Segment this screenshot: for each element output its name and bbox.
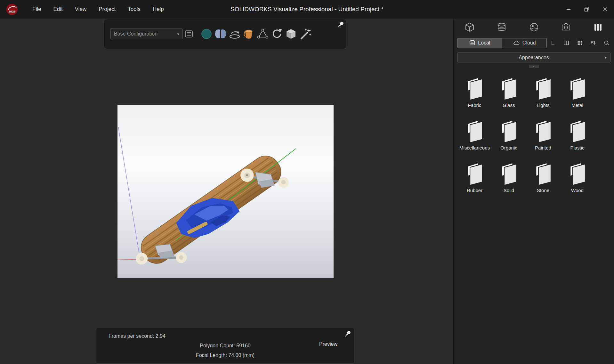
tab-appearances[interactable] [486,19,518,36]
tab-cameras[interactable] [550,19,582,36]
library-controls-row: Local Cloud [454,36,614,49]
restore-icon [584,7,589,12]
chevron-down-icon: ▾ [177,32,179,36]
search-icon[interactable] [602,39,611,47]
scroll-up-button[interactable]: ▲ [529,65,539,68]
configuration-dropdown[interactable]: Base Configuration ▾ [110,28,183,39]
cloud-icon [513,40,520,45]
library-folder-label: Painted [535,145,551,150]
structure-triangle-icon[interactable] [256,25,270,43]
floating-toolbar: Base Configuration ▾ [104,19,346,49]
library-folder-wood[interactable]: Wood [560,161,594,203]
source-toggle: Local Cloud [457,38,547,48]
menu-file[interactable]: File [26,0,47,19]
library-folder-label: Rubber [467,188,482,193]
thumbnail-grid-icon[interactable] [576,39,584,47]
main-canvas-area[interactable]: Base Configuration ▾ [0,19,453,364]
category-dropdown[interactable]: Appearances ▾ [457,53,610,62]
appearance-library-grid: Fabric Glass Lights Metal Miscellaneous … [457,76,595,203]
folder-icon [497,118,521,144]
library-tools [549,39,611,47]
library-folder-label: Metal [571,102,583,108]
appearances-stack-icon [496,22,507,33]
environments-photo-icon [529,22,539,33]
skateboard-model-render [117,105,334,278]
models-cube-icon [464,22,475,33]
pack-box-icon[interactable] [284,25,298,43]
app-window: 2025 File Edit View Project Tools Help S… [0,0,614,364]
library-folder-lights[interactable]: Lights [526,76,560,118]
library-folder-label: Glass [503,102,515,108]
folder-icon [497,161,521,186]
preview-mode-label: Preview [319,341,337,347]
pin-icon[interactable] [344,330,351,337]
minimize-icon [566,7,571,12]
library-folder-stone[interactable]: Stone [526,161,560,203]
folder-icon [566,118,589,144]
library-folder-miscellaneous[interactable]: Miscellaneous [457,118,492,161]
folder-icon [497,76,521,101]
palette-panel: Local Cloud [453,19,614,364]
minimize-button[interactable] [559,0,578,19]
sort-icon[interactable] [589,39,597,47]
paint-bucket-icon[interactable] [242,25,256,43]
menu-edit[interactable]: Edit [47,0,69,19]
category-label: Appearances [519,55,549,61]
close-button[interactable] [596,0,614,19]
menu-tools[interactable]: Tools [122,0,147,19]
library-folder-label: Plastic [570,145,584,150]
library-folder-painted[interactable]: Painted [526,118,560,161]
library-folder-label: Fabric [468,102,481,108]
library-folder-fabric[interactable]: Fabric [457,76,492,118]
render-mode-circle-icon[interactable] [199,25,214,43]
polygon-count-readout: Polygon Count: 59160 [96,343,354,349]
menu-help[interactable]: Help [147,0,170,19]
folder-icon [532,118,555,144]
flip-panel-icon[interactable] [549,39,557,47]
configuration-list-icon[interactable] [183,25,195,43]
palette-columns-icon [593,22,603,33]
restore-button[interactable] [578,0,596,19]
library-folder-label: Solid [504,188,514,193]
library-folder-solid[interactable]: Solid [492,161,526,203]
tab-models[interactable] [454,19,486,36]
cloud-tab[interactable]: Cloud [502,38,547,48]
fps-readout: Frames per second: 2.94 [109,333,166,339]
menu-view[interactable]: View [69,0,93,19]
3d-viewport[interactable] [117,105,334,278]
library-folder-label: Organic [500,145,517,150]
chevron-down-icon: ▾ [604,55,607,60]
scroll-up-arrow-icon: ▲ [533,65,535,68]
folder-icon [463,161,486,186]
library-folder-plastic[interactable]: Plastic [560,118,594,161]
window-controls [559,0,614,19]
tab-palette[interactable] [582,19,614,36]
refresh-arrow-icon[interactable] [270,25,284,43]
library-folder-label: Wood [571,188,584,193]
folder-icon [532,161,555,186]
local-label: Local [478,40,490,46]
local-tab[interactable]: Local [457,38,502,48]
library-folder-glass[interactable]: Glass [492,76,526,118]
database-icon [469,40,475,46]
folder-icon [566,161,589,186]
library-folder-metal[interactable]: Metal [560,76,594,118]
tab-environments[interactable] [518,19,550,36]
solidworks-logo[interactable]: 2025 [6,4,18,15]
focal-length-readout: Focal Length: 74.00 (mm) [96,352,354,358]
ai-denoiser-brain-icon[interactable] [214,25,228,43]
library-folder-organic[interactable]: Organic [492,118,526,161]
solidworks-logo-icon: 2025 [6,4,18,15]
folder-icon [566,76,589,101]
menu-project[interactable]: Project [93,0,122,19]
library-folder-label: Stone [537,188,549,193]
split-view-icon[interactable] [562,39,570,47]
cameras-camera-icon [561,22,571,33]
configuration-label: Base Configuration [114,31,158,37]
library-folder-rubber[interactable]: Rubber [457,161,492,203]
library-folder-label: Lights [537,102,549,108]
pin-icon[interactable] [337,21,344,28]
render-wand-icon[interactable] [298,25,312,43]
palette-tab-bar [454,19,614,36]
turntable-icon[interactable] [228,25,242,43]
